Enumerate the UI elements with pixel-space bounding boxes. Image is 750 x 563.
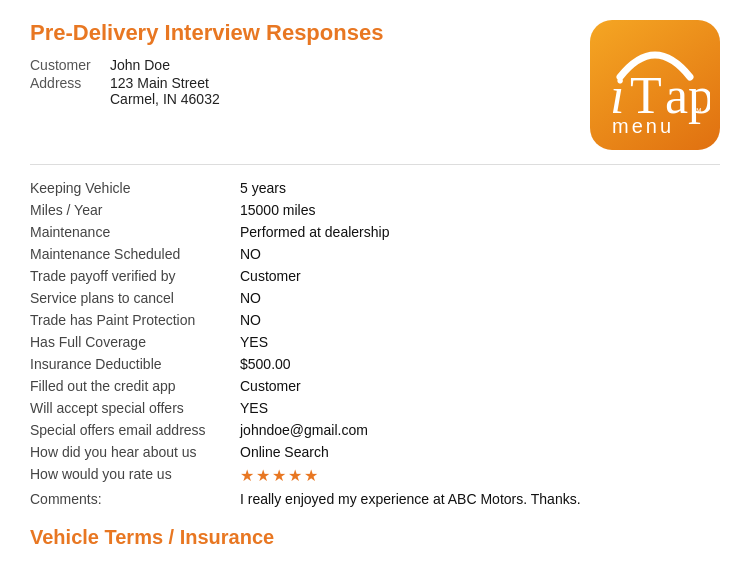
field-label: Service plans to cancel [30, 287, 240, 309]
field-value: 5 years [240, 177, 720, 199]
address-line2: Carmel, IN 46032 [110, 91, 220, 107]
field-label: Trade payoff verified by [30, 265, 240, 287]
field-value: $500.00 [240, 353, 720, 375]
field-label: How would you rate us [30, 463, 240, 488]
table-row: Has Full Coverage YES [30, 331, 720, 353]
address-line1: 123 Main Street [110, 75, 209, 91]
field-value: 15000 miles [240, 199, 720, 221]
table-row: How would you rate us ★★★★★ [30, 463, 720, 488]
field-label: Special offers email address [30, 419, 240, 441]
header-left: Pre-Delivery Interview Responses Custome… [30, 20, 383, 108]
field-label: Keeping Vehicle [30, 177, 240, 199]
page-title: Pre-Delivery Interview Responses [30, 20, 383, 46]
field-value: Online Search [240, 441, 720, 463]
table-row: Comments: I really enjoyed my experience… [30, 488, 720, 510]
field-value: NO [240, 243, 720, 265]
field-label: Has Full Coverage [30, 331, 240, 353]
table-row: Insurance Deductible $500.00 [30, 353, 720, 375]
field-label: Will accept special offers [30, 397, 240, 419]
field-label: Miles / Year [30, 199, 240, 221]
field-label: Maintenance [30, 221, 240, 243]
svg-text:™: ™ [692, 106, 702, 117]
divider [30, 164, 720, 165]
field-value: YES [240, 397, 720, 419]
table-row: Filled out the credit app Customer [30, 375, 720, 397]
table-row: Trade payoff verified by Customer [30, 265, 720, 287]
table-row: Special offers email address johndoe@gma… [30, 419, 720, 441]
info-table: Keeping Vehicle 5 years Miles / Year 150… [30, 177, 720, 510]
table-row: Maintenance Scheduled NO [30, 243, 720, 265]
field-value: johndoe@gmail.com [240, 419, 720, 441]
star-rating: ★★★★★ [240, 467, 320, 484]
table-row: Trade has Paint Protection NO [30, 309, 720, 331]
table-row: Service plans to cancel NO [30, 287, 720, 309]
table-row: Keeping Vehicle 5 years [30, 177, 720, 199]
section2-title: Vehicle Terms / Insurance [30, 526, 720, 549]
customer-label: Customer [30, 56, 110, 74]
table-row: How did you hear about us Online Search [30, 441, 720, 463]
address-label: Address [30, 74, 110, 108]
field-value: Customer [240, 375, 720, 397]
field-label: Insurance Deductible [30, 353, 240, 375]
page-container: Pre-Delivery Interview Responses Custome… [0, 0, 750, 563]
field-value: Performed at dealership [240, 221, 720, 243]
table-row: Miles / Year 15000 miles [30, 199, 720, 221]
field-label: Trade has Paint Protection [30, 309, 240, 331]
field-value: NO [240, 287, 720, 309]
table-row: Maintenance Performed at dealership [30, 221, 720, 243]
logo-svg: i T ap menu ™ [600, 35, 710, 135]
field-label: Maintenance Scheduled [30, 243, 240, 265]
field-value: YES [240, 331, 720, 353]
customer-name: John Doe [110, 56, 230, 74]
header: Pre-Delivery Interview Responses Custome… [30, 20, 720, 150]
table-row: Will accept special offers YES [30, 397, 720, 419]
svg-text:menu: menu [612, 115, 674, 135]
field-label: Comments: [30, 488, 240, 510]
field-value: I really enjoyed my experience at ABC Mo… [240, 488, 720, 510]
logo-box: i T ap menu ™ [590, 20, 720, 150]
field-value: Customer [240, 265, 720, 287]
logo-container: i T ap menu ™ [590, 20, 720, 150]
field-value: NO [240, 309, 720, 331]
field-value stars: ★★★★★ [240, 463, 720, 488]
field-label: Filled out the credit app [30, 375, 240, 397]
field-label: How did you hear about us [30, 441, 240, 463]
customer-info: Customer John Doe Address 123 Main Stree… [30, 56, 383, 108]
address-value: 123 Main Street Carmel, IN 46032 [110, 74, 230, 108]
